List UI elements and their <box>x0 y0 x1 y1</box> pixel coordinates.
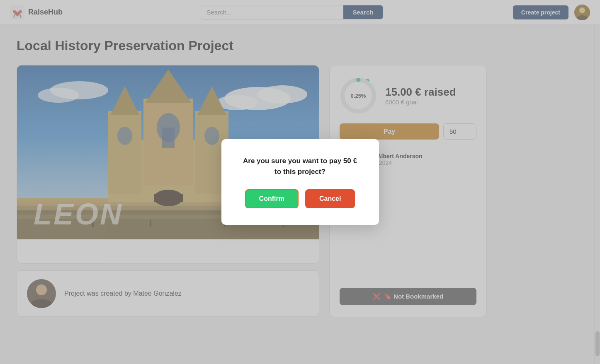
confirm-button[interactable]: Confirm <box>245 189 299 208</box>
modal-message: Are you sure you want to pay 50 € to thi… <box>242 156 358 177</box>
cancel-button[interactable]: Cancel <box>305 189 355 208</box>
modal-box: Are you sure you want to pay 50 € to thi… <box>221 139 379 225</box>
modal-overlay: Are you sure you want to pay 50 € to thi… <box>0 0 600 364</box>
modal-actions: Confirm Cancel <box>242 189 358 208</box>
